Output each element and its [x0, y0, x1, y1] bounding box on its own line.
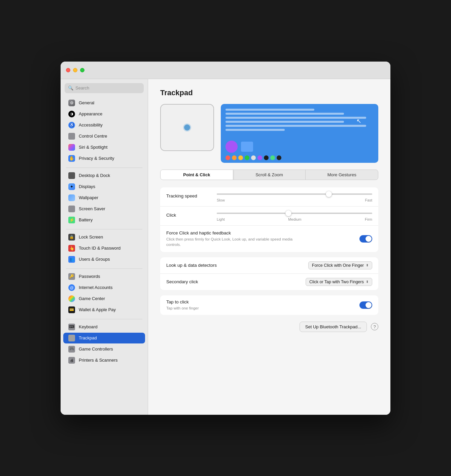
tracking-speed-labels: Slow Fast: [217, 198, 372, 202]
sidebar-item-label: Passwords: [79, 274, 100, 279]
click-track[interactable]: [217, 213, 372, 214]
preview-line-2: [226, 113, 344, 115]
sidebar-group-2: Desktop & Dock ✦ Displays Wallpaper Scre…: [61, 170, 148, 226]
traffic-lights: [66, 68, 84, 72]
tab-more-gestures[interactable]: More Gestures: [306, 170, 378, 180]
trackpad-cursor-dot: [184, 124, 190, 131]
tap-to-click-toggle[interactable]: [359, 301, 372, 309]
sidebar-item-label: Trackpad: [79, 335, 97, 340]
sidebar-item-label: General: [79, 100, 94, 105]
click-row: Click Light Medium Firm: [160, 207, 378, 226]
tracking-speed-label: Tracking speed: [166, 191, 210, 198]
preview-screenshot: ↖: [221, 104, 378, 163]
look-up-label: Look up & data detectors: [166, 263, 217, 268]
sidebar-item-desktop-dock[interactable]: Desktop & Dock: [63, 170, 145, 181]
sidebar-item-wallpaper[interactable]: Wallpaper: [63, 192, 145, 203]
tracking-speed-min-label: Slow: [217, 198, 225, 202]
sidebar-item-general[interactable]: ⚙ General: [63, 98, 145, 108]
preview-line-4: [226, 121, 344, 123]
passwords-icon: 🔑: [68, 273, 75, 280]
trackpad-icon: [68, 334, 75, 342]
force-click-label-group: Force Click and haptic feedback Click th…: [166, 230, 294, 247]
sidebar-item-touch-id[interactable]: 👆 Touch ID & Password: [63, 243, 145, 254]
color-dot-6: [257, 155, 262, 160]
trackpad-preview-row: ↖: [160, 104, 378, 163]
preview-line-6: [226, 129, 285, 131]
preview-lines: [226, 109, 374, 131]
lock-screen-icon: 🔒: [68, 233, 75, 241]
sidebar-item-lock-screen[interactable]: 🔒 Lock Screen: [63, 232, 145, 243]
preview-shapes: [226, 141, 253, 153]
force-click-toggle[interactable]: [359, 235, 372, 243]
main-content: 🔍 Search ⚙ General ◑ Appearance ♿ Access…: [61, 79, 390, 415]
sidebar-item-siri[interactable]: Siri & Spotlight: [63, 142, 145, 153]
maximize-button[interactable]: [80, 68, 84, 72]
click-label: Click: [166, 211, 210, 218]
sidebar-item-game-center[interactable]: Game Center: [63, 293, 145, 304]
tracking-speed-thumb[interactable]: [326, 191, 332, 197]
search-container: 🔍 Search: [61, 83, 148, 97]
wallet-icon: 💳: [68, 306, 75, 314]
sidebar-group-1: ⚙ General ◑ Appearance ♿ Accessibility C…: [61, 97, 148, 164]
setup-bluetooth-button[interactable]: Set Up Bluetooth Trackpad...: [300, 322, 367, 332]
sidebar-item-label: Siri & Spotlight: [79, 145, 107, 150]
sidebar-item-wallet[interactable]: 💳 Wallet & Apple Pay: [63, 304, 145, 315]
tracking-speed-track[interactable]: [217, 193, 372, 195]
search-box[interactable]: 🔍 Search: [65, 83, 144, 93]
sidebar-item-label: Touch ID & Password: [79, 246, 120, 251]
sidebar-item-game-controllers[interactable]: 🎮 Game Controllers: [63, 344, 145, 355]
sidebar-item-users-groups[interactable]: 👥 Users & Groups: [63, 254, 145, 265]
sidebar-item-trackpad[interactable]: Trackpad: [63, 333, 145, 343]
tracking-speed-max-label: Fast: [365, 198, 372, 202]
secondary-click-row: Secondary click Click or Tap with Two Fi…: [160, 274, 378, 290]
color-dot-5: [251, 155, 256, 160]
trackpad-visual: [160, 104, 214, 151]
force-click-label: Force Click and haptic feedback: [166, 230, 294, 235]
sidebar-item-label: Printers & Scanners: [79, 358, 118, 363]
preview-line-1: [226, 109, 314, 111]
sidebar-item-displays[interactable]: ✦ Displays: [63, 181, 145, 192]
sidebar-item-label: Lock Screen: [79, 234, 103, 240]
sidebar-item-control-centre[interactable]: Control Centre: [63, 131, 145, 142]
help-button[interactable]: ?: [371, 323, 378, 330]
search-placeholder: Search: [75, 85, 89, 90]
tab-scroll-zoom[interactable]: Scroll & Zoom: [233, 170, 306, 180]
sidebar-item-passwords[interactable]: 🔑 Passwords: [63, 271, 145, 282]
secondary-click-dropdown[interactable]: Click or Tap with Two Fingers ⬍: [306, 278, 372, 286]
privacy-icon: ✋: [68, 155, 75, 162]
battery-icon: ⚡: [68, 216, 75, 224]
sidebar-group-3: 🔒 Lock Screen 👆 Touch ID & Password 👥 Us…: [61, 231, 148, 265]
tab-point-click[interactable]: Point & Click: [161, 170, 233, 180]
look-up-arrows: ⬍: [366, 263, 369, 267]
sidebar-item-keyboard[interactable]: ⌨ Keyboard: [63, 322, 145, 332]
click-labels: Light Medium Firm: [217, 217, 372, 221]
sidebar-item-screen-saver[interactable]: Screen Saver: [63, 204, 145, 214]
look-up-dropdown[interactable]: Force Click with One Finger ⬍: [308, 261, 372, 269]
minimize-button[interactable]: [73, 68, 77, 72]
close-button[interactable]: [66, 68, 70, 72]
titlebar: [61, 62, 390, 79]
sidebar-item-label: Battery: [79, 217, 93, 222]
settings-section-sliders: Tracking speed Slow Fast Click: [160, 187, 378, 252]
divider-2: [66, 229, 142, 229]
tracking-speed-fill: [217, 193, 329, 195]
preview-circle: [226, 141, 238, 153]
color-dot-7: [264, 155, 269, 160]
tap-to-click-row: Tap to click Tap with one finger: [160, 295, 378, 315]
sidebar-item-label: Desktop & Dock: [79, 173, 110, 178]
color-dot-3: [238, 155, 243, 160]
preview-line-5: [226, 125, 366, 127]
click-control: Light Medium Firm: [217, 211, 372, 221]
sidebar-item-accessibility[interactable]: ♿ Accessibility: [63, 120, 145, 131]
panel-title: Trackpad: [160, 88, 378, 97]
force-click-sublabel: Click then press firmly for Quick Look, …: [166, 236, 294, 247]
sidebar-item-privacy[interactable]: ✋ Privacy & Security: [63, 153, 145, 164]
divider-4: [66, 319, 142, 319]
sidebar-item-battery[interactable]: ⚡ Battery: [63, 215, 145, 225]
click-thumb[interactable]: [285, 210, 291, 216]
sidebar-item-label: Appearance: [79, 111, 102, 116]
sidebar-item-printers-scanners[interactable]: 🖨 Printers & Scanners: [63, 355, 145, 366]
sidebar-item-label: Displays: [79, 184, 95, 189]
sidebar-item-internet-accounts[interactable]: @ Internet Accounts: [63, 282, 145, 293]
sidebar-item-appearance[interactable]: ◑ Appearance: [63, 109, 145, 119]
